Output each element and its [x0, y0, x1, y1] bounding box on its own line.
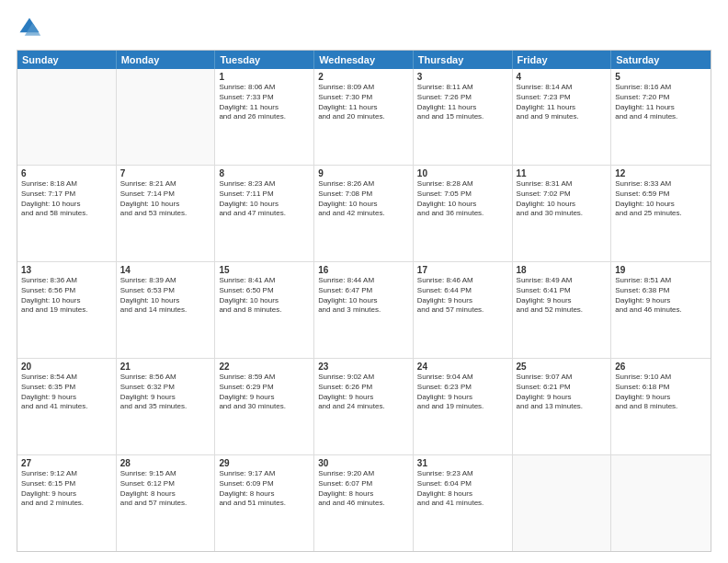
calendar-day-30: 30Sunrise: 9:20 AMSunset: 6:07 PMDayligh… [314, 455, 414, 551]
calendar-empty-cell [17, 69, 117, 165]
sunset-text: Sunset: 6:32 PM [120, 383, 211, 393]
calendar-day-22: 22Sunrise: 8:59 AMSunset: 6:29 PMDayligh… [215, 359, 314, 454]
sunset-text: Sunset: 6:41 PM [517, 286, 608, 296]
daylight-minutes-text: and and 13 minutes. [517, 402, 608, 412]
daylight-minutes-text: and and 19 minutes. [417, 402, 508, 412]
day-number: 1 [219, 72, 310, 82]
calendar-day-9: 9Sunrise: 8:26 AMSunset: 7:08 PMDaylight… [314, 166, 414, 261]
daylight-text: Daylight: 9 hours [120, 393, 211, 403]
calendar-week-1: 1Sunrise: 8:06 AMSunset: 7:33 PMDaylight… [17, 69, 711, 166]
sunset-text: Sunset: 7:05 PM [417, 190, 508, 200]
logo [17, 15, 46, 40]
sunrise-text: Sunrise: 9:02 AM [318, 373, 409, 383]
sunset-text: Sunset: 6:35 PM [21, 383, 112, 393]
sunset-text: Sunset: 6:09 PM [219, 479, 310, 489]
calendar-day-26: 26Sunrise: 9:10 AMSunset: 6:18 PMDayligh… [611, 359, 711, 454]
header-day-friday: Friday [513, 51, 612, 69]
daylight-minutes-text: and and 14 minutes. [120, 305, 211, 316]
sunrise-text: Sunrise: 8:51 AM [615, 276, 707, 286]
daylight-minutes-text: and and 58 minutes. [21, 209, 112, 219]
sunset-text: Sunset: 6:29 PM [219, 383, 310, 393]
sunrise-text: Sunrise: 9:15 AM [120, 469, 211, 479]
sunset-text: Sunset: 6:12 PM [120, 479, 211, 489]
calendar-day-15: 15Sunrise: 8:41 AMSunset: 6:50 PMDayligh… [215, 262, 314, 358]
daylight-text: Daylight: 10 hours [120, 200, 211, 210]
sunrise-text: Sunrise: 8:31 AM [517, 179, 608, 190]
sunrise-text: Sunrise: 9:23 AM [417, 469, 508, 479]
sunrise-text: Sunrise: 8:14 AM [517, 83, 608, 93]
sunset-text: Sunset: 6:07 PM [318, 479, 409, 489]
day-number: 18 [517, 265, 608, 275]
day-number: 14 [120, 265, 211, 275]
daylight-minutes-text: and and 41 minutes. [417, 499, 508, 509]
day-number: 6 [21, 168, 112, 178]
daylight-minutes-text: and and 25 minutes. [615, 209, 707, 219]
header-day-wednesday: Wednesday [314, 51, 414, 69]
sunrise-text: Sunrise: 8:11 AM [417, 83, 508, 93]
daylight-minutes-text: and and 53 minutes. [120, 209, 211, 219]
daylight-text: Daylight: 10 hours [318, 296, 409, 306]
sunrise-text: Sunrise: 8:06 AM [219, 83, 310, 93]
sunrise-text: Sunrise: 8:46 AM [417, 276, 508, 286]
header [17, 15, 711, 40]
daylight-text: Daylight: 11 hours [517, 103, 608, 113]
header-day-saturday: Saturday [611, 51, 711, 69]
day-number: 7 [120, 168, 211, 178]
daylight-minutes-text: and and 52 minutes. [517, 305, 608, 316]
day-number: 17 [417, 265, 508, 275]
sunrise-text: Sunrise: 9:10 AM [615, 373, 707, 383]
calendar-empty-cell [611, 455, 711, 551]
calendar-day-12: 12Sunrise: 8:33 AMSunset: 6:59 PMDayligh… [611, 166, 711, 261]
calendar-day-4: 4Sunrise: 8:14 AMSunset: 7:23 PMDaylight… [513, 69, 612, 165]
daylight-minutes-text: and and 42 minutes. [318, 209, 409, 219]
sunrise-text: Sunrise: 8:09 AM [318, 83, 409, 93]
calendar-week-5: 27Sunrise: 9:12 AMSunset: 6:15 PMDayligh… [17, 455, 711, 551]
calendar-day-8: 8Sunrise: 8:23 AMSunset: 7:11 PMDaylight… [215, 166, 314, 261]
day-number: 10 [417, 168, 508, 178]
day-number: 26 [615, 362, 707, 372]
sunset-text: Sunset: 7:11 PM [219, 190, 310, 200]
daylight-text: Daylight: 9 hours [21, 489, 112, 500]
sunset-text: Sunset: 6:47 PM [318, 286, 409, 296]
calendar: SundayMondayTuesdayWednesdayThursdayFrid… [17, 50, 711, 552]
sunrise-text: Sunrise: 8:54 AM [21, 373, 112, 383]
sunset-text: Sunset: 6:23 PM [417, 383, 508, 393]
sunset-text: Sunset: 6:21 PM [517, 383, 608, 393]
daylight-text: Daylight: 10 hours [615, 200, 707, 210]
sunset-text: Sunset: 7:30 PM [318, 93, 409, 103]
calendar-day-17: 17Sunrise: 8:46 AMSunset: 6:44 PMDayligh… [414, 262, 513, 358]
calendar-week-4: 20Sunrise: 8:54 AMSunset: 6:35 PMDayligh… [17, 359, 711, 455]
daylight-minutes-text: and and 4 minutes. [615, 112, 707, 122]
sunset-text: Sunset: 6:53 PM [120, 286, 211, 296]
sunset-text: Sunset: 6:15 PM [21, 479, 112, 489]
daylight-text: Daylight: 10 hours [417, 200, 508, 210]
day-number: 31 [417, 458, 508, 468]
sunrise-text: Sunrise: 8:36 AM [21, 276, 112, 286]
day-number: 23 [318, 362, 409, 372]
sunrise-text: Sunrise: 8:39 AM [120, 276, 211, 286]
sunset-text: Sunset: 6:59 PM [615, 190, 707, 200]
day-number: 19 [615, 265, 707, 275]
daylight-minutes-text: and and 9 minutes. [517, 112, 608, 122]
sunset-text: Sunset: 6:56 PM [21, 286, 112, 296]
day-number: 21 [120, 362, 211, 372]
daylight-text: Daylight: 10 hours [517, 200, 608, 210]
daylight-minutes-text: and and 15 minutes. [417, 112, 508, 122]
day-number: 15 [219, 265, 310, 275]
calendar-day-3: 3Sunrise: 8:11 AMSunset: 7:26 PMDaylight… [414, 69, 513, 165]
sunrise-text: Sunrise: 9:04 AM [417, 373, 508, 383]
day-number: 13 [21, 265, 112, 275]
daylight-text: Daylight: 8 hours [120, 489, 211, 500]
sunrise-text: Sunrise: 8:26 AM [318, 179, 409, 190]
calendar-day-7: 7Sunrise: 8:21 AMSunset: 7:14 PMDaylight… [117, 166, 216, 261]
calendar-day-1: 1Sunrise: 8:06 AMSunset: 7:33 PMDaylight… [215, 69, 314, 165]
daylight-text: Daylight: 9 hours [615, 393, 707, 403]
daylight-minutes-text: and and 26 minutes. [219, 112, 310, 122]
calendar-week-3: 13Sunrise: 8:36 AMSunset: 6:56 PMDayligh… [17, 262, 711, 359]
calendar-day-10: 10Sunrise: 8:28 AMSunset: 7:05 PMDayligh… [414, 166, 513, 261]
calendar-day-18: 18Sunrise: 8:49 AMSunset: 6:41 PMDayligh… [513, 262, 612, 358]
day-number: 12 [615, 168, 707, 178]
day-number: 24 [417, 362, 508, 372]
calendar-day-23: 23Sunrise: 9:02 AMSunset: 6:26 PMDayligh… [314, 359, 414, 454]
daylight-minutes-text: and and 41 minutes. [21, 402, 112, 412]
